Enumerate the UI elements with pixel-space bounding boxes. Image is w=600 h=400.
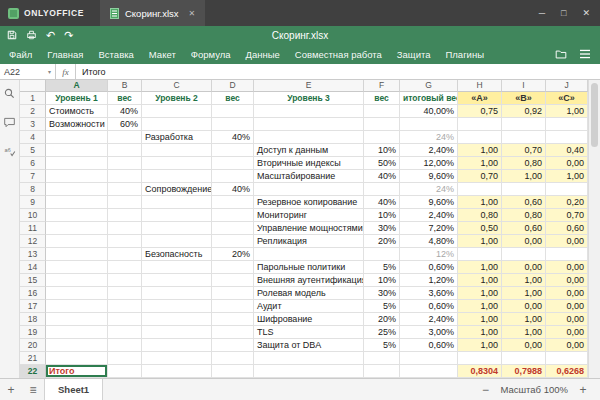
cell-E13[interactable] (254, 248, 364, 261)
cell-H2[interactable]: 0,75 (458, 105, 502, 118)
sheet-list-icon[interactable]: ≡ (22, 383, 44, 397)
menu-tab-1[interactable]: Файл (9, 49, 32, 60)
tab-close-icon[interactable]: ✕ (189, 9, 196, 18)
cell-B19[interactable] (108, 326, 142, 339)
insert-function-button[interactable]: fx (56, 64, 76, 79)
row-header-18[interactable]: 18 (20, 313, 46, 326)
cell-C11[interactable] (142, 222, 212, 235)
cell-A11[interactable] (46, 222, 108, 235)
cell-H9[interactable]: 1,00 (458, 196, 502, 209)
cell-E15[interactable]: Внешняя аутентификация (254, 274, 364, 287)
cell-F11[interactable]: 30% (364, 222, 400, 235)
cell-J6[interactable]: 0,00 (546, 157, 588, 170)
cell-A12[interactable] (46, 235, 108, 248)
cell-C9[interactable] (142, 196, 212, 209)
cell-I6[interactable]: 0,80 (502, 157, 546, 170)
row-header-2[interactable]: 2 (20, 105, 46, 118)
cell-B10[interactable] (108, 209, 142, 222)
cell-B7[interactable] (108, 170, 142, 183)
cell-J5[interactable]: 0,40 (546, 144, 588, 157)
cell-reference-box[interactable]: A22 ▾ (0, 64, 56, 79)
cell-E1[interactable]: Уровень 3 (254, 92, 364, 105)
cell-C1[interactable]: Уровень 2 (142, 92, 212, 105)
cell-F22[interactable] (364, 365, 400, 378)
cell-E8[interactable] (254, 183, 364, 196)
cell-A14[interactable] (46, 261, 108, 274)
cell-J9[interactable]: 0,20 (546, 196, 588, 209)
row-header-21[interactable]: 21 (20, 352, 46, 365)
row-header-17[interactable]: 17 (20, 300, 46, 313)
cell-F21[interactable] (364, 352, 400, 365)
cell-A20[interactable] (46, 339, 108, 352)
cell-I12[interactable]: 0,00 (502, 235, 546, 248)
cell-H17[interactable]: 1,00 (458, 300, 502, 313)
cell-B12[interactable] (108, 235, 142, 248)
cell-I19[interactable]: 1,00 (502, 326, 546, 339)
cell-B6[interactable] (108, 157, 142, 170)
close-button[interactable]: ✕ (582, 8, 590, 18)
row-header-1[interactable]: 1 (20, 92, 46, 105)
cell-G21[interactable] (400, 352, 458, 365)
cell-B18[interactable] (108, 313, 142, 326)
cell-D12[interactable] (212, 235, 254, 248)
cell-I16[interactable]: 1,00 (502, 287, 546, 300)
cell-E22[interactable] (254, 365, 364, 378)
search-icon[interactable] (4, 85, 15, 103)
cell-J2[interactable]: 1,00 (546, 105, 588, 118)
cell-D11[interactable] (212, 222, 254, 235)
cell-A15[interactable] (46, 274, 108, 287)
cell-G3[interactable] (400, 118, 458, 131)
cell-D9[interactable] (212, 196, 254, 209)
cell-E21[interactable] (254, 352, 364, 365)
cell-F13[interactable] (364, 248, 400, 261)
cell-F15[interactable]: 10% (364, 274, 400, 287)
cell-A19[interactable] (46, 326, 108, 339)
column-header-C[interactable]: C (142, 80, 212, 92)
cell-H20[interactable]: 1,00 (458, 339, 502, 352)
cell-C19[interactable] (142, 326, 212, 339)
cell-C16[interactable] (142, 287, 212, 300)
cell-D14[interactable] (212, 261, 254, 274)
cell-F7[interactable]: 40% (364, 170, 400, 183)
cell-C14[interactable] (142, 261, 212, 274)
add-sheet-button[interactable]: + (0, 383, 22, 397)
column-header-J[interactable]: J (546, 80, 588, 92)
row-header-4[interactable]: 4 (20, 131, 46, 144)
minimize-button[interactable]: ─ (539, 8, 545, 18)
cell-H14[interactable]: 1,00 (458, 261, 502, 274)
cell-E10[interactable]: Мониторинг (254, 209, 364, 222)
cell-H12[interactable]: 1,00 (458, 235, 502, 248)
cell-B1[interactable]: вес (108, 92, 142, 105)
cell-B9[interactable] (108, 196, 142, 209)
cell-J22[interactable]: 0,6268 (546, 365, 588, 378)
cell-J14[interactable]: 0,00 (546, 261, 588, 274)
column-header-G[interactable]: G (400, 80, 458, 92)
print-icon[interactable] (26, 30, 37, 40)
cell-H21[interactable] (458, 352, 502, 365)
row-header-5[interactable]: 5 (20, 144, 46, 157)
spellcheck-icon[interactable]: аб (4, 143, 16, 161)
undo-icon[interactable]: ↶ (46, 30, 55, 41)
row-header-8[interactable]: 8 (20, 183, 46, 196)
row-header-15[interactable]: 15 (20, 274, 46, 287)
cell-H10[interactable]: 0,80 (458, 209, 502, 222)
cell-A5[interactable] (46, 144, 108, 157)
select-all-corner[interactable] (20, 80, 46, 92)
cell-H13[interactable] (458, 248, 502, 261)
comments-icon[interactable] (4, 114, 15, 132)
cell-J3[interactable] (546, 118, 588, 131)
cell-E12[interactable]: Репликация (254, 235, 364, 248)
cell-E9[interactable]: Резервное копирование (254, 196, 364, 209)
column-header-B[interactable]: B (108, 80, 142, 92)
cell-D1[interactable]: вес (212, 92, 254, 105)
zoom-out-button[interactable]: − (478, 383, 492, 397)
cell-I3[interactable] (502, 118, 546, 131)
cell-B14[interactable] (108, 261, 142, 274)
cell-I8[interactable] (502, 183, 546, 196)
row-header-9[interactable]: 9 (20, 196, 46, 209)
cell-C21[interactable] (142, 352, 212, 365)
cell-B20[interactable] (108, 339, 142, 352)
cell-G17[interactable]: 0,60% (400, 300, 458, 313)
cell-I13[interactable] (502, 248, 546, 261)
cell-B4[interactable] (108, 131, 142, 144)
